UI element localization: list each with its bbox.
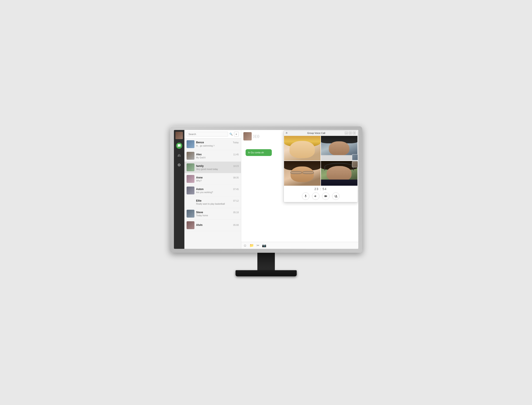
chat-icon: [177, 144, 181, 148]
chat-name-row-alex: Alex 11:45: [196, 153, 239, 156]
sidebar-item-chat[interactable]: [176, 143, 182, 149]
sidebar-item-contacts[interactable]: [176, 152, 182, 158]
camera-button[interactable]: [322, 192, 330, 200]
voice-call-window: 本 Group Voice Call — □ ×: [283, 130, 358, 202]
chat-avatar-family: [187, 163, 195, 171]
chat-item-steve[interactable]: Steve 05:18 Today home: [184, 208, 241, 220]
monitor-base: [236, 270, 297, 276]
chat-avatar-alvin: [187, 221, 195, 229]
sidebar-item-discover[interactable]: [176, 162, 182, 168]
chat-time-bence: Today: [233, 141, 239, 144]
chat-info-steve: Steve 05:18 Today home: [196, 211, 239, 217]
chat-name-row-anne: Anne 08:35: [196, 176, 239, 179]
monitor-neck: [257, 253, 275, 270]
chat-avatar-ellie: [187, 198, 195, 206]
sidebar-nav: [174, 130, 184, 249]
discover-icon: [177, 163, 181, 167]
chat-name-family: family: [196, 164, 204, 168]
chat-list: Bence Today hi，go swimming？ Alex 11:45: [184, 138, 241, 249]
voice-wave-icon: )))): [253, 134, 260, 138]
chat-avatar-bence: [187, 140, 195, 148]
chat-avatar-alex: [187, 152, 195, 160]
add-contact-button[interactable]: +: [234, 132, 239, 136]
chat-info-ellie: Ellie 07:12 Really want to play basketba…: [196, 199, 239, 205]
minimize-button[interactable]: —: [345, 132, 348, 135]
contacts-icon: [177, 154, 181, 157]
chat-preview-aston: Are you working?: [196, 191, 239, 194]
add-person-button[interactable]: [332, 192, 339, 200]
chat-time-family: 10:23: [233, 165, 239, 167]
search-input[interactable]: [187, 132, 228, 136]
user-avatar-image: [175, 132, 183, 139]
chat-item-bence[interactable]: Bence Today hi，go swimming？: [184, 138, 241, 150]
search-bar: 🔍 +: [184, 130, 241, 138]
chat-item-alex[interactable]: Alex 11:45 My God it: [184, 150, 241, 162]
chat-toolbar: ☺ 📁 ✂ 📷: [241, 242, 358, 249]
chat-info-alvin: Alvin 05:08: [196, 223, 239, 227]
voice-avatar: [243, 132, 252, 141]
participant-3-face: [284, 161, 321, 186]
chat-item-family[interactable]: family 10:23 Very good mood today: [184, 162, 241, 173]
call-side-avatars: [352, 154, 358, 167]
chat-time-steve: 05:18: [233, 211, 239, 214]
monitor-wrapper: 🔍 + Bence Today hi，go swimming？: [168, 126, 364, 279]
call-window-controls: — □ ×: [345, 132, 356, 135]
person-add-icon: [334, 194, 337, 198]
emoji-button[interactable]: ☺: [243, 243, 247, 248]
chat-avatar-steve: [187, 210, 195, 218]
folder-button[interactable]: 📁: [249, 243, 254, 248]
chat-name-anne: Anne: [196, 176, 203, 179]
chat-info-family: family 10:23 Very good mood today: [196, 164, 239, 170]
maximize-button[interactable]: □: [349, 132, 352, 135]
chat-preview-anne: Why?: [196, 180, 239, 182]
chat-name-row-steve: Steve 05:18: [196, 211, 239, 214]
chat-preview-alex: My God it: [196, 156, 239, 159]
call-participant-3: [284, 161, 321, 186]
chat-info-aston: Aston 07:45 Are you working?: [196, 188, 239, 194]
chat-preview-ellie: Really want to play basketball: [196, 203, 239, 205]
mute-button[interactable]: [302, 192, 309, 200]
side-avatar-2: [352, 161, 358, 167]
chat-name-row-ellie: Ellie 07:12: [196, 199, 239, 202]
chat-avatar-aston: [187, 187, 195, 194]
call-titlebar: 本 Group Voice Call — □ ×: [284, 131, 358, 136]
chat-time-anne: 08:35: [233, 176, 239, 179]
chat-preview-family: Very good mood today: [196, 168, 239, 170]
chat-name-row-bence: Bence Today: [196, 141, 239, 144]
user-avatar[interactable]: [175, 132, 183, 139]
monitor-screen: 🔍 + Bence Today hi，go swimming？: [174, 130, 358, 249]
call-pin-icon: 本: [286, 132, 288, 135]
mic-icon: [304, 194, 307, 198]
participant-1-face: [284, 136, 321, 161]
scissors-button[interactable]: ✂: [256, 243, 259, 248]
call-participant-1: [284, 136, 321, 161]
chat-info-anne: Anne 08:35 Why?: [196, 176, 239, 182]
chat-name-bence: Bence: [196, 141, 204, 144]
chat-info-alex: Alex 11:45 My God it: [196, 153, 239, 159]
call-controls: [284, 192, 358, 202]
chat-preview-bence: hi，go swimming？: [196, 144, 239, 148]
monitor-body: 🔍 + Bence Today hi，go swimming？: [170, 126, 362, 253]
chat-item-anne[interactable]: Anne 08:35 Why?: [184, 173, 241, 185]
chat-preview-steve: Today home: [196, 214, 239, 217]
chat-info-bence: Bence Today hi，go swimming？: [196, 141, 239, 148]
camera-icon: [324, 194, 328, 198]
message-bubble: In Gu conta oh: [246, 149, 272, 156]
chat-item-ellie[interactable]: Ellie 07:12 Really want to play basketba…: [184, 196, 241, 208]
call-window-title: Group Voice Call: [307, 132, 325, 134]
video-call-button[interactable]: 📷: [262, 243, 266, 248]
chat-name-row-alvin: Alvin 05:08: [196, 223, 239, 227]
chat-item-alvin[interactable]: Alvin 05:08: [184, 220, 241, 231]
chat-time-aston: 07:45: [233, 188, 239, 190]
chat-item-aston[interactable]: Aston 07:45 Are you working?: [184, 185, 241, 196]
chat-name-ellie: Ellie: [196, 199, 202, 202]
close-button[interactable]: ×: [353, 132, 356, 135]
call-timer: 23 : 54: [284, 186, 358, 192]
search-icon[interactable]: 🔍: [229, 133, 233, 136]
chat-name-row-aston: Aston 07:45: [196, 188, 239, 191]
chat-time-ellie: 07:12: [233, 200, 239, 202]
chat-list-panel: 🔍 + Bence Today hi，go swimming？: [184, 130, 241, 249]
chat-avatar-anne: [187, 175, 195, 183]
call-participant-grid: [284, 136, 358, 186]
volume-button[interactable]: [312, 192, 319, 200]
